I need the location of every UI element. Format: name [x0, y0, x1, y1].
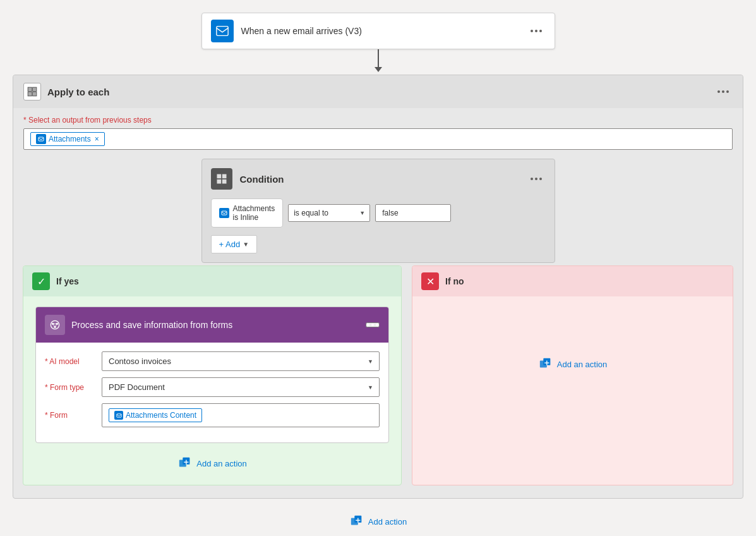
branch-no-content: Add an action	[412, 296, 733, 423]
yes-branch-add-action-button[interactable]: Add an action	[171, 452, 253, 475]
ai-model-select[interactable]: Contoso invoices	[102, 351, 380, 371]
branch-yes-content: Process and save information from forms	[23, 296, 401, 485]
condition-operator-wrapper: is equal to is not equal to is greater t…	[288, 204, 370, 222]
form-tag-label: Attachments Content	[126, 411, 196, 420]
form-type-label: Form type	[45, 383, 102, 392]
branch-no-title: If no	[445, 276, 464, 286]
email-icon	[215, 24, 229, 38]
svg-rect-5	[39, 137, 44, 141]
branches-row: ✓ If yes	[23, 265, 733, 485]
process-card: Process and save information from forms	[35, 307, 389, 443]
tag-label: Attachments	[49, 135, 91, 143]
tag-close-button[interactable]: ×	[95, 135, 99, 143]
condition-row: Attachments is Inline is equal to is not…	[211, 198, 546, 228]
process-card-more-button[interactable]	[366, 322, 380, 327]
condition-add-chevron: ▼	[243, 241, 249, 248]
bottom-add-action-label: Add action	[368, 517, 407, 527]
ai-model-select-wrapper: Contoso invoices	[102, 351, 380, 371]
bottom-add-action-button[interactable]: Add action	[339, 509, 417, 534]
no-branch-add-action-button[interactable]: Add an action	[532, 353, 614, 375]
svg-rect-6	[217, 174, 221, 179]
yes-add-action-label: Add an action	[196, 459, 247, 468]
condition-more-button[interactable]	[527, 176, 546, 181]
condition-value-input[interactable]	[375, 204, 451, 222]
no-add-action-label: Add an action	[557, 360, 608, 369]
select-output-area: Select an output from previous steps Att…	[13, 108, 743, 156]
select-output-label: Select an output from previous steps	[23, 116, 733, 125]
branch-yes: ✓ If yes	[23, 265, 402, 485]
condition-add-label: + Add	[219, 240, 241, 249]
form-type-select[interactable]: PDF Document	[102, 377, 380, 397]
branch-yes-icon: ✓	[32, 272, 50, 290]
process-card-icon	[45, 315, 65, 335]
condition-dots	[531, 178, 542, 180]
svg-rect-10	[222, 211, 227, 215]
tag-email-icon	[36, 134, 46, 144]
apply-each-header: Apply to each	[13, 75, 743, 108]
attachments-tag: Attachments ×	[30, 132, 105, 146]
trigger-card: When a new email arrives (V3)	[201, 13, 555, 49]
condition-header: Condition	[211, 168, 546, 190]
form-type-row: Form type PDF Document	[45, 377, 380, 397]
branch-no-header: ✕ If no	[412, 266, 733, 296]
bottom-add-action-icon	[349, 514, 364, 529]
ai-model-label: AI model	[45, 357, 102, 366]
condition-icon	[211, 168, 232, 190]
yes-add-action-icon	[177, 456, 193, 471]
condition-operator-select[interactable]: is equal to is not equal to is greater t…	[288, 204, 370, 222]
form-type-select-wrapper: PDF Document	[102, 377, 380, 397]
process-card-title: Process and save information from forms	[71, 320, 366, 330]
output-input-box[interactable]: Attachments ×	[23, 128, 733, 150]
svg-rect-0	[216, 27, 227, 36]
condition-pill-icon	[219, 208, 229, 218]
svg-rect-9	[222, 180, 226, 184]
process-card-header: Process and save information from forms	[36, 307, 388, 343]
ai-model-row: AI model Contoso invoices	[45, 351, 380, 371]
form-input-box[interactable]: Attachments Content	[102, 403, 380, 427]
svg-rect-8	[217, 180, 221, 184]
form-tag: Attachments Content	[109, 408, 202, 422]
form-tag-icon	[114, 411, 123, 420]
apply-each-more-button[interactable]	[714, 89, 733, 94]
form-row: Form	[45, 403, 380, 427]
condition-title: Condition	[240, 174, 527, 185]
trigger-more-button[interactable]	[527, 28, 546, 34]
svg-line-16	[55, 324, 57, 327]
no-add-action-icon	[538, 356, 553, 372]
branch-yes-header: ✓ If yes	[23, 266, 401, 296]
svg-rect-7	[222, 174, 226, 179]
branch-no: ✕ If no	[412, 265, 733, 485]
canvas: When a new email arrives (V3) App	[0, 0, 756, 536]
trigger-to-apply-arrow	[375, 49, 382, 75]
apply-each-icon	[23, 83, 41, 100]
branch-no-icon: ✕	[421, 272, 439, 290]
branch-yes-title: If yes	[56, 276, 79, 286]
svg-line-15	[53, 324, 55, 327]
form-label: Form	[45, 411, 102, 420]
trigger-title: When a new email arrives (V3)	[241, 26, 527, 36]
condition-left-operand: Attachments is Inline	[211, 198, 284, 228]
apply-each-inner: Condition	[13, 156, 743, 485]
process-dots	[367, 324, 378, 326]
svg-rect-18	[116, 413, 121, 417]
condition-add-button[interactable]: + Add ▼	[211, 235, 258, 253]
condition-block: Condition	[201, 159, 555, 263]
loop-icon	[27, 86, 38, 97]
condition-left-text: Attachments is Inline	[233, 204, 275, 222]
apply-each-dots	[717, 90, 729, 93]
trigger-dots	[531, 30, 542, 32]
trigger-icon	[211, 20, 234, 42]
apply-each-container: Apply to each Select an output from prev…	[13, 75, 743, 499]
process-card-body: AI model Contoso invoices Form type	[36, 343, 388, 442]
apply-each-title: Apply to each	[47, 87, 714, 97]
